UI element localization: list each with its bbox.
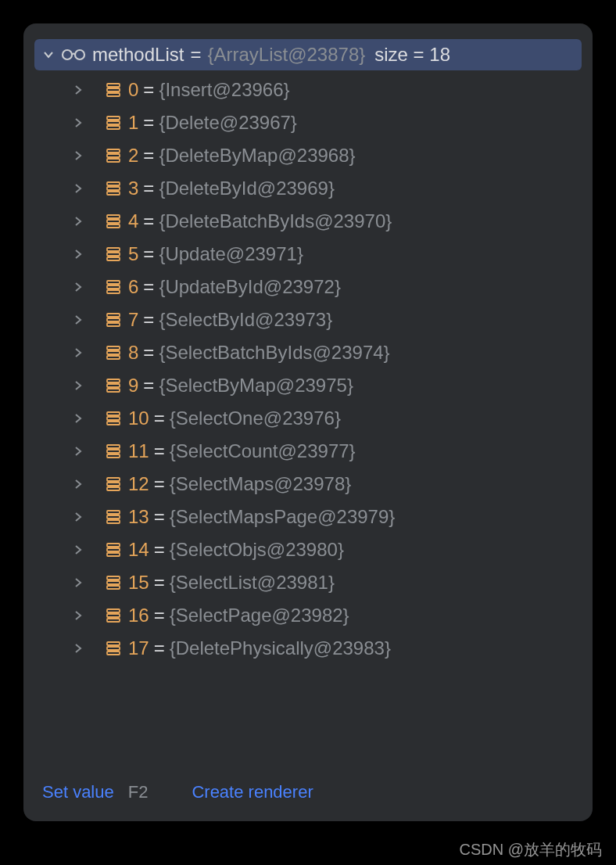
tree-item-row[interactable]: 6={UpdateById@23972} (34, 271, 582, 303)
chevron-right-icon[interactable] (72, 512, 84, 522)
tree-item-row[interactable]: 7={SelectById@23973} (34, 303, 582, 336)
svg-rect-16 (107, 224, 120, 228)
chevron-right-icon[interactable] (72, 315, 84, 325)
item-label: 2={DeleteByMap@23968} (128, 145, 356, 167)
tree-item-row[interactable]: 12={SelectMaps@23978} (34, 468, 582, 501)
svg-rect-4 (107, 93, 120, 96)
svg-rect-29 (107, 379, 120, 382)
chevron-down-icon[interactable] (42, 49, 55, 60)
list-element-icon (105, 114, 122, 131)
item-index: 16 (128, 605, 149, 626)
item-label: 16={SelectPage@23982} (128, 605, 349, 626)
svg-rect-35 (107, 445, 120, 448)
svg-rect-9 (107, 154, 120, 157)
variable-name: methodList (92, 44, 184, 66)
tree-item-row[interactable]: 13={SelectMapsPage@23979} (34, 501, 582, 533)
tree-item-row[interactable]: 8={SelectBatchByIds@23974} (34, 336, 582, 369)
list-element-icon (105, 410, 122, 427)
svg-rect-6 (107, 121, 120, 124)
chevron-right-icon[interactable] (72, 217, 84, 226)
tree-item-row[interactable]: 10={SelectOne@23976} (34, 402, 582, 435)
tree-item-row[interactable]: 11={SelectCount@23977} (34, 435, 582, 468)
equals-sign: = (143, 145, 154, 166)
item-label: 12={SelectMaps@23978} (128, 473, 351, 495)
svg-rect-20 (107, 281, 120, 284)
tree-item-row[interactable]: 3={DeleteById@23969} (34, 172, 582, 205)
tree-item-row[interactable]: 17={DeletePhysically@23983} (34, 632, 582, 665)
svg-rect-34 (107, 422, 120, 425)
chevron-right-icon[interactable] (72, 249, 84, 259)
list-element-icon (105, 344, 122, 361)
item-index: 17 (128, 637, 149, 659)
svg-rect-42 (107, 515, 120, 519)
debug-variables-panel: methodList = {ArrayList@23878} size = 18… (23, 23, 593, 821)
chevron-right-icon[interactable] (72, 381, 84, 390)
tree-item-row[interactable]: 15={SelectList@23981} (34, 566, 582, 599)
svg-rect-26 (107, 346, 120, 350)
chevron-right-icon[interactable] (72, 85, 84, 95)
chevron-right-icon[interactable] (72, 578, 84, 587)
item-label: 1={Delete@23967} (128, 112, 297, 134)
equals-sign: = (143, 79, 154, 100)
chevron-right-icon[interactable] (72, 184, 84, 193)
chevron-right-icon[interactable] (72, 348, 84, 357)
chevron-right-icon[interactable] (72, 644, 84, 653)
svg-rect-54 (107, 647, 120, 650)
item-index: 5 (128, 243, 138, 264)
set-value-button[interactable]: Set value (42, 782, 114, 802)
chevron-right-icon[interactable] (72, 282, 84, 292)
item-index: 14 (128, 539, 149, 560)
list-element-icon (105, 574, 122, 591)
tree-item-row[interactable]: 5={Update@23971} (34, 238, 582, 271)
chevron-right-icon[interactable] (72, 151, 84, 160)
tree-item-row[interactable]: 9={SelectByMap@23975} (34, 369, 582, 402)
item-index: 0 (128, 79, 138, 100)
tree-item-row[interactable]: 4={DeleteBatchByIds@23970} (34, 205, 582, 238)
item-value: {SelectByMap@23975} (159, 375, 353, 396)
size-label: size = 18 (374, 44, 450, 66)
item-value: {DeleteByMap@23968} (159, 145, 355, 166)
item-label: 13={SelectMapsPage@23979} (128, 506, 395, 528)
item-label: 0={Insert@23966} (128, 79, 290, 101)
tree-item-row[interactable]: 0={Insert@23966} (34, 74, 582, 106)
tree-item-row[interactable]: 1={Delete@23967} (34, 106, 582, 139)
svg-rect-50 (107, 609, 120, 612)
chevron-right-icon[interactable] (72, 118, 84, 127)
svg-rect-5 (107, 117, 120, 120)
item-value: {SelectPage@23982} (170, 605, 349, 626)
footer-actions: Set value F2 Create renderer (34, 774, 582, 806)
create-renderer-button[interactable]: Create renderer (192, 782, 313, 802)
equals-sign: = (143, 309, 154, 330)
svg-rect-40 (107, 487, 120, 490)
equals-sign: = (143, 276, 154, 297)
svg-rect-17 (107, 248, 120, 251)
chevron-right-icon[interactable] (72, 545, 84, 555)
item-index: 6 (128, 276, 138, 297)
item-label: 11={SelectCount@23977} (128, 440, 356, 462)
item-index: 2 (128, 145, 138, 166)
tree-item-row[interactable]: 14={SelectObjs@23980} (34, 533, 582, 566)
list-element-icon (105, 180, 122, 197)
equals-sign: = (154, 572, 165, 593)
tree-item-row[interactable]: 2={DeleteByMap@23968} (34, 139, 582, 172)
item-index: 10 (128, 407, 149, 429)
item-label: 15={SelectList@23981} (128, 572, 335, 594)
equals-sign: = (154, 440, 165, 461)
chevron-right-icon[interactable] (72, 447, 84, 456)
item-label: 5={Update@23971} (128, 243, 303, 265)
tree-root-row[interactable]: methodList = {ArrayList@23878} size = 18 (34, 39, 582, 70)
svg-rect-25 (107, 323, 120, 326)
svg-rect-22 (107, 290, 120, 293)
tree-item-row[interactable]: 16={SelectPage@23982} (34, 599, 582, 632)
equals-sign: = (154, 506, 165, 527)
tree-children: 0={Insert@23966} 1={Delete@23967} 2={Del… (34, 74, 582, 665)
equals-sign: = (143, 342, 154, 363)
svg-rect-13 (107, 192, 120, 195)
chevron-right-icon[interactable] (72, 414, 84, 423)
item-index: 11 (128, 440, 149, 461)
chevron-right-icon[interactable] (72, 479, 84, 489)
item-value: {SelectCount@23977} (170, 440, 356, 461)
svg-rect-21 (107, 285, 120, 289)
chevron-right-icon[interactable] (72, 611, 84, 620)
svg-rect-43 (107, 520, 120, 523)
